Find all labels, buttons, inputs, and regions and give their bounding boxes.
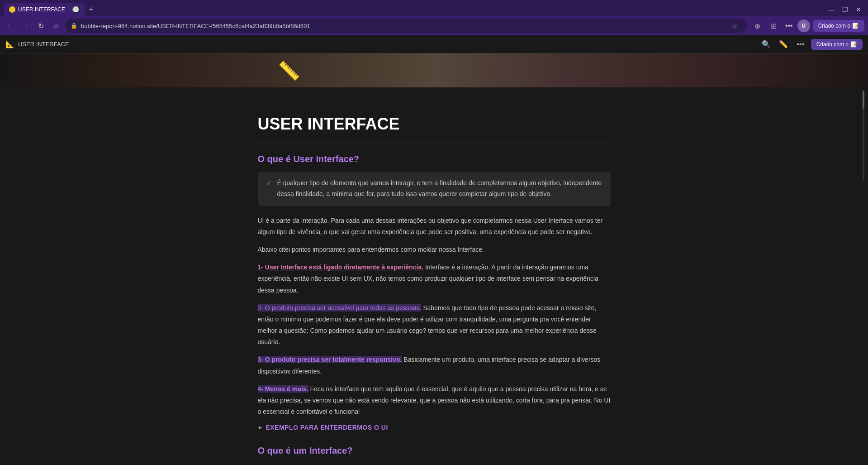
notion-logo-icon: 📝	[850, 41, 857, 48]
notion-topbar: 📐 USER INTERFACE 🔍 ✏️ ••• Criado com o 📝	[0, 35, 868, 53]
hero-image-bg	[0, 53, 868, 87]
point2-highlight: 2- O produto precisa ser acessível para …	[258, 304, 422, 312]
restore-button[interactable]: ❐	[839, 4, 851, 15]
callout-text: É qualquer tipo de elemento que vamos in…	[277, 178, 602, 200]
home-button[interactable]: ⌂	[50, 19, 62, 32]
collections-button[interactable]: ⊞	[767, 19, 781, 33]
minimap-thumb[interactable]	[863, 91, 864, 109]
check-icon: ✓	[266, 179, 272, 187]
topbar-right: 🔍 ✏️ ••• Criado com o 📝	[759, 38, 863, 51]
forward-button[interactable]: →	[19, 19, 32, 32]
new-tab-button[interactable]: +	[85, 5, 97, 14]
minimap	[863, 91, 864, 181]
address-text: bubble-report-964.notion.site/USER-INTER…	[81, 23, 726, 29]
callout-box: ✓ É qualquer tipo de elemento que vamos …	[258, 172, 611, 206]
profile-button[interactable]: U	[797, 19, 810, 32]
window-controls: — ❐ ✕	[825, 4, 864, 15]
search-button[interactable]: ⊕	[751, 19, 764, 33]
content-area: USER INTERFACE O que é User Interface? ✓…	[231, 87, 638, 465]
toggle-trigger[interactable]: ► EXEMPLO PARA ENTERDERMOS O UI	[258, 424, 611, 431]
tab-close-button[interactable]: ✕	[72, 6, 80, 13]
section1-heading: O que é User Interface?	[258, 154, 611, 164]
topbar-search-button[interactable]: 🔍	[759, 38, 773, 51]
browser-chrome: 📐 USER INTERFACE ✕ + — ❐ ✕ ← → ↻ ⌂ 🔒 bub…	[0, 0, 868, 35]
point4: 4- Menos é mais. Foca na interface que t…	[258, 384, 611, 418]
point3: 3- O produto precisa ser totalmente resp…	[258, 354, 611, 377]
toggle-label: EXEMPLO PARA ENTERDERMOS O UI	[266, 424, 388, 431]
notion-icon: 📝	[852, 23, 859, 29]
notion-page-title: USER INTERFACE	[18, 41, 69, 48]
share-button[interactable]: Criado com o 📝	[811, 39, 863, 50]
tab-favicon: 📐	[9, 6, 15, 13]
hero-image: 📏	[0, 53, 868, 87]
address-bar[interactable]: 🔒 bubble-report-964.notion.site/USER-INT…	[65, 19, 746, 33]
point4-bold: 4- Menos é mais.	[258, 385, 308, 393]
para2: Abaixo citei pontos importantes para ent…	[258, 244, 611, 255]
created-label: Criado com o	[818, 23, 850, 29]
point4-rest: Foca na interface que tem aquilo que é e…	[258, 385, 611, 415]
topbar-edit-button[interactable]: ✏️	[777, 38, 790, 51]
page-wrapper: USER INTERFACE O que é User Interface? ✓…	[0, 87, 868, 465]
tab-bar: 📐 USER INTERFACE ✕ + — ❐ ✕	[0, 0, 868, 16]
section2-heading: O que é um Interface?	[258, 446, 611, 456]
title-divider	[258, 143, 611, 143]
right-actions: ⊕ ⊞ ••• U Criado com o 📝	[751, 19, 864, 33]
address-actions: ☆	[729, 20, 741, 32]
bookmark-button[interactable]: ☆	[729, 20, 741, 32]
topbar-more-button[interactable]: •••	[794, 38, 807, 51]
active-tab[interactable]: 📐 USER INTERFACE ✕	[4, 3, 85, 16]
avatar: U	[797, 19, 810, 32]
created-with-button[interactable]: Criado com o 📝	[813, 20, 864, 32]
toggle-item[interactable]: ► EXEMPLO PARA ENTERDERMOS O UI	[258, 424, 611, 431]
point3-bold: 3- O produto precisa ser totalmente resp…	[258, 356, 402, 363]
close-window-button[interactable]: ✕	[853, 4, 864, 15]
ruler-icon: 📏	[278, 60, 300, 81]
minimize-button[interactable]: —	[825, 4, 837, 15]
reload-button[interactable]: ↻	[34, 19, 47, 32]
more-button[interactable]: •••	[783, 20, 795, 32]
page-title: USER INTERFACE	[258, 115, 611, 134]
point1-bold: 1- User Interface está ligado diretament…	[258, 264, 424, 271]
tab-title: USER INTERFACE	[18, 6, 70, 13]
page-icon: 📐	[5, 40, 14, 48]
para1: UI é a parte da interação. Para cada uma…	[258, 215, 611, 238]
toggle-arrow-icon: ►	[258, 424, 263, 431]
point1: 1- User Interface está ligado diretament…	[258, 262, 611, 296]
back-button[interactable]: ←	[4, 19, 16, 32]
lock-icon: 🔒	[71, 23, 77, 29]
address-bar-row: ← → ↻ ⌂ 🔒 bubble-report-964.notion.site/…	[0, 16, 868, 35]
point2: 2- O produto precisa ser acessível para …	[258, 302, 611, 348]
